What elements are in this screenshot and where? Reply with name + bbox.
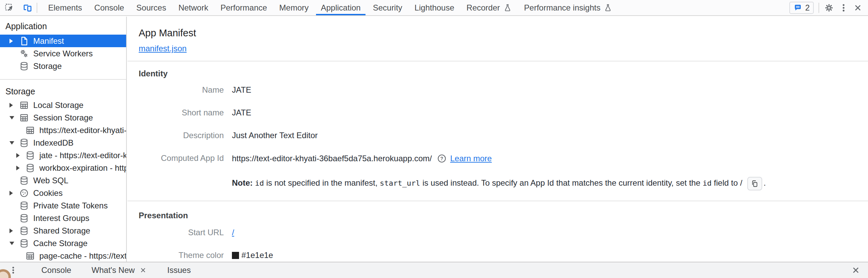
field-label: Computed App Id [127,153,224,163]
database-icon [19,138,29,148]
sidebar-item-cookies[interactable]: Cookies [0,187,126,199]
expand-arrow-icon[interactable] [9,191,13,196]
manifest-field-row: Start URL / [127,228,868,237]
tab-memory[interactable]: Memory [273,0,315,15]
issues-counter-button[interactable]: 2 [789,2,814,14]
field-label: Short name [127,108,224,117]
collapse-arrow-icon[interactable] [9,141,14,145]
sidebar-section-storage: Storage [0,86,126,97]
computed-app-id-value: https://text-editor-khyati-36baef5da75a.… [232,154,432,163]
start-url-link[interactable]: / [232,228,234,237]
close-drawer-icon[interactable] [851,265,861,275]
table-icon [25,251,35,261]
sidebar-item-shared-storage[interactable]: Shared Storage [0,224,126,237]
database-icon [25,163,35,173]
sidebar-section-application: Application [0,21,126,32]
toolbar-divider [37,3,37,13]
sidebar-item-indexeddb-jate[interactable]: jate - https://text-editor-kh [0,149,126,162]
field-value: JATE [232,85,868,95]
settings-gear-icon[interactable] [824,3,834,13]
tab-network[interactable]: Network [172,0,214,15]
tab-elements[interactable]: Elements [42,0,88,15]
tab-security[interactable]: Security [367,0,409,15]
message-bubble-icon [793,3,802,12]
cookie-icon [19,188,29,198]
expand-arrow-icon[interactable] [9,228,13,233]
inspect-element-icon[interactable] [0,0,18,15]
drawer-tab-bar: Console What's New Issues [0,262,868,278]
database-icon [19,61,29,71]
close-devtools-icon[interactable] [853,3,863,13]
field-label: Description [127,131,224,140]
drawer-tab-whats-new[interactable]: What's New [81,262,157,278]
experiment-flask-icon [604,3,612,12]
section-divider [127,61,868,61]
drawer-tab-console[interactable]: Console [31,262,81,278]
tab-lighthouse[interactable]: Lighthouse [408,0,460,15]
sidebar-item-session-storage-origin[interactable]: https://text-editor-khyati-3 [0,124,126,136]
field-label: Theme color [127,251,224,260]
sidebar-item-private-state-tokens[interactable]: Private State Tokens [0,199,126,212]
table-icon [25,125,35,135]
field-label: Start URL [127,228,224,237]
drawer-tab-issues[interactable]: Issues [157,262,201,278]
tab-performance[interactable]: Performance [214,0,273,15]
collapse-arrow-icon[interactable] [9,116,14,119]
sidebar-item-local-storage[interactable]: Local Storage [0,99,126,111]
manifest-file-icon [19,36,29,46]
drawer-tabs: Console What's New Issues [31,262,201,278]
tab-sources[interactable]: Sources [130,0,172,15]
toolbar-divider [818,3,819,13]
field-value: JATE [232,108,868,117]
section-divider [127,201,868,201]
manifest-field-row: Computed App Id https://text-editor-khya… [127,153,868,164]
sidebar-item-service-workers[interactable]: Service Workers [0,47,126,60]
sidebar-item-web-sql[interactable]: Web SQL [0,174,126,187]
drawer-more-options-kebab-icon[interactable] [9,266,18,275]
sidebar-divider [0,79,126,80]
sidebar-item-manifest[interactable]: Manifest [0,35,126,47]
tab-performance-insights[interactable]: Performance insights [518,0,618,15]
field-value: Just Another Text Editor [232,131,868,140]
issues-count: 2 [805,3,810,13]
copy-app-id-button[interactable] [747,177,762,190]
collapse-arrow-icon[interactable] [9,242,14,245]
theme-color-value: #1e1e1e [241,251,273,260]
table-icon [19,100,29,110]
learn-more-link[interactable]: Learn more [450,154,492,163]
database-icon [19,213,29,223]
application-panel-sidebar: Application Manifest Service Workers [0,17,127,262]
expand-arrow-icon[interactable] [16,166,20,170]
tab-application[interactable]: Application [315,0,367,15]
field-label: Name [127,85,224,95]
database-icon [19,238,29,248]
help-icon[interactable]: ? [437,153,447,164]
manifest-field-row: Short name JATE [127,108,868,117]
manifest-field-row: Name JATE [127,85,868,95]
tab-console[interactable]: Console [88,0,130,15]
experiment-flask-icon [503,3,512,12]
tab-recorder[interactable]: Recorder [460,0,518,15]
sidebar-item-storage[interactable]: Storage [0,60,126,72]
identity-section-header: Identity [139,69,868,78]
theme-color-swatch [232,252,239,259]
close-tab-icon[interactable] [139,266,147,274]
toggle-device-toolbar-icon[interactable] [18,0,37,15]
sidebar-item-indexeddb-workbox[interactable]: workbox-expiration - https [0,162,126,174]
sidebar-item-cache-page-cache[interactable]: page-cache - https://text- [0,249,126,262]
sidebar-item-cache-storage[interactable]: Cache Storage [0,237,126,249]
manifest-field-row: Theme color #1e1e1e [127,251,868,260]
expand-arrow-icon[interactable] [9,39,13,43]
more-options-kebab-icon[interactable] [839,3,848,13]
sidebar-item-indexeddb[interactable]: IndexedDB [0,136,126,149]
manifest-json-link[interactable]: manifest.json [139,44,186,53]
database-icon [19,201,29,211]
expand-arrow-icon[interactable] [9,103,13,108]
sidebar-item-interest-groups[interactable]: Interest Groups [0,212,126,224]
sidebar-item-session-storage[interactable]: Session Storage [0,111,126,124]
toolbar-right-controls: 2 [789,0,868,15]
expand-arrow-icon[interactable] [16,153,20,158]
app-id-note-row: Note: id is not specified in the manifes… [127,177,868,190]
page-title: App Manifest [139,27,868,39]
service-workers-gears-icon [19,49,29,59]
